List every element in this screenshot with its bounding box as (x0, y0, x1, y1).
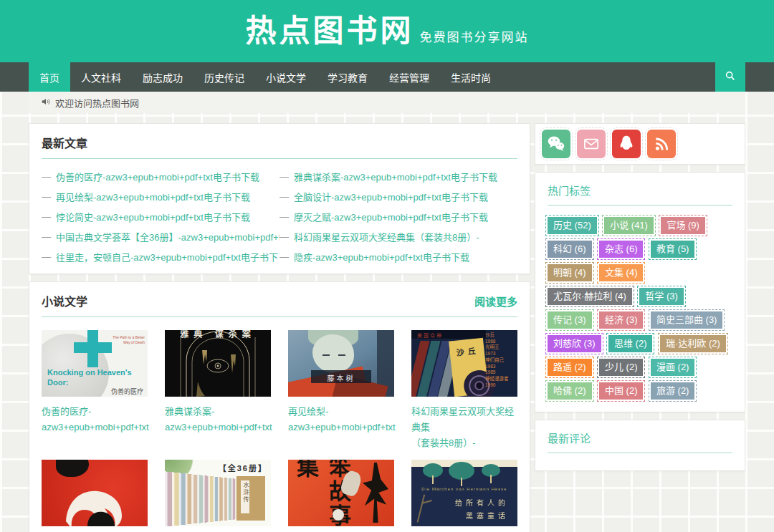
tag-chip[interactable]: 少儿 (2) (599, 359, 644, 376)
wechat-icon[interactable] (542, 130, 570, 158)
tree-trunk (490, 475, 492, 483)
tag-chip[interactable]: 哈佛 (2) (548, 382, 592, 400)
nav-item-management[interactable]: 经营管理 (378, 62, 440, 92)
spine-text: 水浒传 (242, 482, 249, 503)
dash-icon: — (42, 231, 51, 242)
tag-chip[interactable]: 旅游 (2) (651, 382, 695, 400)
tag-chip[interactable]: 尤瓦尔·赫拉利 (4) (548, 288, 632, 305)
tag-chip[interactable]: 漫画 (2) (651, 359, 695, 376)
tag-chip[interactable]: 文集 (4) (599, 264, 644, 281)
nav-item-home[interactable]: 首页 (29, 62, 70, 92)
article-link[interactable]: 摩灭之赋-azw3+epub+mobi+pdf+txt电子书下载 (294, 210, 488, 223)
tag-chip[interactable]: 小说 (41) (604, 217, 654, 234)
cover-eye (322, 354, 330, 356)
book-title-line2[interactable]: azw3+epub+mobi+pdf+txt (288, 420, 394, 435)
book-cover[interactable]: 雅典 谋杀案 (165, 330, 271, 397)
tag-chip[interactable]: 经济 (3) (599, 311, 644, 329)
tag-chip[interactable]: 历史 (52) (548, 217, 597, 234)
divider (548, 205, 732, 205)
book-title-line1[interactable]: 雅典谋杀案- (165, 404, 271, 420)
book-card[interactable]: 美国众神 沙丘 沙丘 1968 光明王 1973 神们自己 1983 1985 … (411, 330, 517, 451)
book-title-line2[interactable]: azw3+epub+mobi+pdf+txt (165, 420, 271, 435)
article-link[interactable]: 全脑设计-azw3+epub+mobi+pdf+txt电子书下载 (294, 190, 488, 203)
tag-chip[interactable]: 瑞·达利欧 (2) (660, 335, 726, 352)
cover-title-line2: 黑塞童话 (466, 510, 509, 521)
tag-chip[interactable]: 官场 (9) (661, 217, 705, 234)
nav-item-lifestyle[interactable]: 生活时尚 (440, 62, 502, 92)
dash-icon: — (280, 231, 289, 242)
nav-item-humanities[interactable]: 人文社科 (70, 62, 132, 92)
dash-icon: — (280, 251, 289, 262)
book-card[interactable]: 藤本树 再见绘梨-azw3+epub+mobi+pdf+txt (288, 330, 394, 451)
book-cover[interactable]: The Path to a Better Way of Death Knocki… (42, 330, 148, 397)
book-card[interactable]: 隐疾-azw3+epub+mobi+pdf+txt (42, 460, 148, 532)
site-subtitle: 免费图书分享网站 (420, 27, 529, 45)
book-cover[interactable]: 笨故事集 (288, 460, 394, 526)
cover-cn-title: 伪善的医疗 (111, 387, 143, 396)
cover-face (312, 334, 354, 373)
nav-item-education[interactable]: 学习教育 (317, 62, 378, 92)
cover-band-text: 美国众神 (417, 332, 443, 339)
book-title-line1[interactable]: 再见绘梨- (288, 404, 394, 420)
book-card[interactable]: 【全36册】 水浒传 中国古典文学荟萃【全36册】- (165, 460, 271, 532)
read-more-link[interactable]: 阅读更多 (474, 294, 517, 309)
article-link[interactable]: 往里走，安顿自己-azw3+epub+mobi+pdf+txt电子书下 (56, 250, 278, 263)
tag-chip[interactable]: 杂志 (6) (599, 241, 644, 258)
book-cover[interactable]: 藤本树 (288, 330, 394, 397)
tag-chip[interactable]: 刘慈欣 (3) (548, 335, 601, 352)
article-link[interactable]: 雅典谋杀案-azw3+epub+mobi+pdf+txt电子书下载 (294, 170, 497, 183)
article-link[interactable]: 隐疾-azw3+epub+mobi+pdf+txt电子书下载 (294, 250, 469, 263)
mail-icon[interactable] (577, 130, 606, 158)
book-card[interactable]: 笨故事集 笨故事集-azw3+epub+mobi+pdf+txt (288, 460, 394, 532)
book-cover[interactable]: 美国众神 沙丘 沙丘 1968 光明王 1973 神们自己 1983 1985 … (411, 330, 517, 397)
embrace-illustration (42, 460, 148, 526)
book-title-line2[interactable]: （套装共8册）- (411, 435, 517, 451)
novels-box: 小说文学 阅读更多 The Path to a Better Way of De… (29, 281, 530, 532)
qq-icon[interactable] (612, 130, 641, 158)
tag-chip[interactable]: 路遥 (2) (548, 359, 592, 376)
nav-item-motivation[interactable]: 励志成功 (132, 62, 194, 92)
book-card[interactable]: Die Märchen von Hermann Hesse 给所有人的 黑塞童话… (411, 460, 517, 532)
article-item: —往里走，安顿自己-azw3+epub+mobi+pdf+txt电子书下 (42, 246, 280, 266)
book-cover[interactable]: Die Märchen von Hermann Hesse 给所有人的 黑塞童话 (411, 460, 517, 526)
book-card[interactable]: The Path to a Better Way of Death Knocki… (42, 330, 148, 451)
tag-chip[interactable]: 哲学 (3) (639, 288, 684, 305)
tag-chip[interactable]: 科幻 (6) (548, 241, 592, 258)
search-button[interactable] (715, 62, 745, 92)
site-header: 热点图书网 免费图书分享网站 (0, 0, 774, 62)
nav-item-history[interactable]: 历史传记 (194, 62, 255, 92)
tag-chip[interactable]: 明朝 (4) (548, 264, 592, 281)
book-cover[interactable]: 【全36册】 水浒传 (165, 460, 271, 526)
book-card[interactable]: 雅典 谋杀案 雅典谋杀案-azw3+epub+mobi+pdf+txt (165, 330, 271, 451)
article-item: —全脑设计-azw3+epub+mobi+pdf+txt电子书下载 (280, 186, 517, 206)
article-item: —摩灭之赋-azw3+epub+mobi+pdf+txt电子书下载 (280, 206, 517, 226)
dash-icon: — (42, 251, 51, 262)
tag-chip[interactable]: 思维 (2) (608, 335, 653, 352)
welcome-bar: 欢迎访问热点图书网 (29, 92, 745, 113)
article-link[interactable]: 科幻雨果星云双项大奖经典集（套装共8册）- (294, 230, 479, 243)
tag-chip[interactable]: 传记 (3) (548, 311, 592, 329)
tag-chip[interactable]: 简史三部曲 (3) (651, 311, 723, 329)
cover-en-title: Knocking on Heaven's Door: (47, 367, 148, 387)
article-link[interactable]: 再见绘梨-azw3+epub+mobi+pdf+txt电子书下载 (56, 190, 250, 203)
book-cover[interactable] (42, 460, 148, 526)
article-link[interactable]: 悖论简史-azw3+epub+mobi+pdf+txt电子书下载 (56, 210, 250, 223)
nav-item-fiction[interactable]: 小说文学 (255, 62, 317, 92)
rss-icon[interactable] (647, 130, 676, 158)
book-title-line1[interactable]: 科幻雨果星云双项大奖经典集 (411, 404, 517, 435)
dash-icon: — (280, 191, 289, 202)
tree-silhouette (363, 463, 388, 523)
article-link[interactable]: 伪善的医疗-azw3+epub+mobi+pdf+txt电子书下载 (56, 170, 259, 183)
tag-chip[interactable]: 教育 (5) (651, 241, 695, 258)
divider (548, 453, 732, 453)
book-title-line1[interactable]: 伪善的医疗- (42, 404, 148, 420)
article-link[interactable]: 中国古典文学荟萃【全36册】-azw3+epub+mobi+pdf+txt (56, 230, 280, 243)
book-title-line2[interactable]: azw3+epub+mobi+pdf+txt (42, 420, 148, 435)
article-item: —科幻雨果星云双项大奖经典集（套装共8册）- (280, 226, 517, 246)
social-links-box (535, 123, 745, 165)
cross-icon (74, 342, 112, 353)
dune-cover: 沙丘 (449, 338, 489, 397)
cover-years-list: 沙丘 1968 光明王 1973 神们自己 1983 1985 神经漫游者 19… (485, 332, 515, 388)
dash-icon: — (280, 211, 289, 222)
tag-chip[interactable]: 中国 (2) (599, 382, 644, 400)
